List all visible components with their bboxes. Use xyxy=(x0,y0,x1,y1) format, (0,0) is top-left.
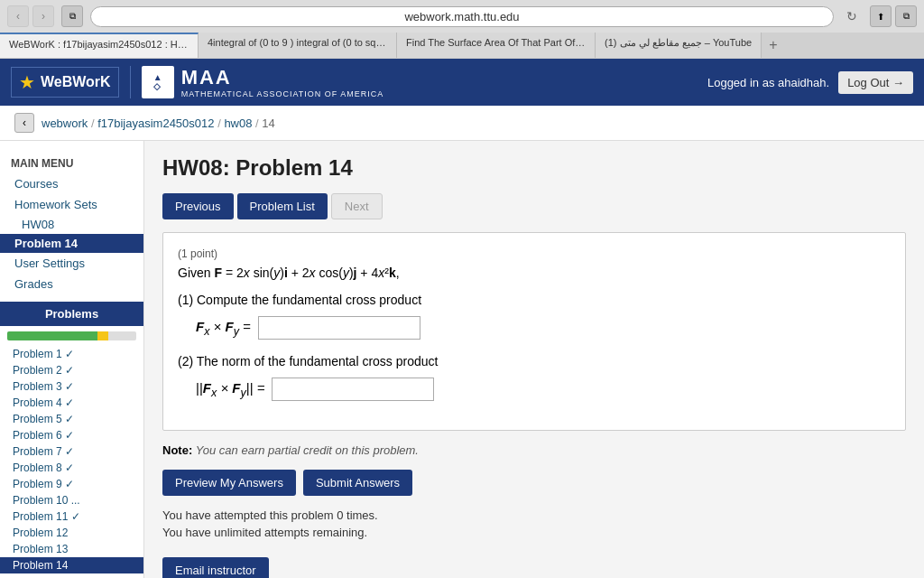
sidebar-problem-2[interactable]: Problem 2 ✓ xyxy=(0,362,143,378)
browser-chrome: ‹ › ⧉ webwork.math.ttu.edu ↻ ⬆ ⧉ WeBWorK… xyxy=(0,0,924,59)
webwork-logo: ★ WeBWorK xyxy=(11,67,119,98)
progress-bar xyxy=(0,330,143,346)
part2-question: (2) The norm of the fundamental cross pr… xyxy=(178,354,891,368)
nav-buttons: Previous Problem List Next xyxy=(162,193,906,219)
attempt-line1: You have attempted this problem 0 times. xyxy=(162,508,906,522)
note-box: Note: You can earn partial credit on thi… xyxy=(162,443,906,457)
sidebar-item-courses[interactable]: Courses xyxy=(0,173,143,194)
part1-math: Fx × Fy = xyxy=(196,316,891,340)
sidebar-item-homework-sets[interactable]: Homework Sets xyxy=(0,194,143,215)
browser-nav-buttons: ‹ › xyxy=(7,5,54,27)
address-bar[interactable]: webwork.math.ttu.edu xyxy=(90,6,834,27)
part2-math-label: ||Fx × Fy|| = xyxy=(196,380,264,399)
logged-in-text: Logged in as ahaidhah. xyxy=(707,76,829,89)
note-text: You can earn partial credit on this prob… xyxy=(196,443,419,457)
sidebar-problem-9[interactable]: Problem 9 ✓ xyxy=(0,476,143,492)
breadcrumb-back-button[interactable]: ‹ xyxy=(14,113,34,133)
submit-button[interactable]: Submit Answers xyxy=(303,470,412,496)
refresh-icon[interactable]: ↻ xyxy=(841,5,863,27)
tab-4[interactable]: (1) جميع مقاطع لي متى – YouTube xyxy=(596,33,762,58)
next-button: Next xyxy=(331,193,383,219)
sidebar: MAIN MENU Courses Homework Sets HW08 Pro… xyxy=(0,141,144,578)
page-title: HW08: Problem 14 xyxy=(162,155,906,181)
action-buttons: Preview My Answers Submit Answers xyxy=(162,470,906,496)
webwork-logo-text: WeBWorK xyxy=(41,74,111,90)
view-button[interactable]: ⧉ xyxy=(61,5,83,27)
breadcrumb-hw-link[interactable]: hw08 xyxy=(224,117,252,130)
tab-3[interactable]: Find The Surface Area Of That Part Of Th… xyxy=(397,33,596,58)
previous-button[interactable]: Previous xyxy=(162,193,234,219)
maa-full-name: Mathematical Association of America xyxy=(181,89,384,98)
progress-bar-track xyxy=(7,331,136,340)
back-button[interactable]: ‹ xyxy=(7,5,29,27)
note-label: Note: xyxy=(162,443,192,457)
maa-abbr: MAA xyxy=(181,66,384,89)
sidebar-item-hw08[interactable]: HW08 xyxy=(0,215,143,234)
header-right: Logged in as ahaidhah. Log Out → xyxy=(707,71,913,94)
breadcrumb-course-link[interactable]: f17bijayasim2450s012 xyxy=(97,117,214,130)
sidebar-problem-7[interactable]: Problem 7 ✓ xyxy=(0,443,143,460)
header-left: ★ WeBWorK ▲◇ MAA Mathematical Associatio… xyxy=(11,66,383,98)
sidebar-problems-header: Problems xyxy=(0,302,143,326)
part1-math-label: Fx × Fy = xyxy=(196,319,251,338)
sidebar-problem-6[interactable]: Problem 6 ✓ xyxy=(0,427,143,443)
part1-question: (1) Compute the fundamental cross produc… xyxy=(178,293,891,307)
content-area: HW08: Problem 14 Previous Problem List N… xyxy=(144,141,924,578)
share-button[interactable]: ⬆ xyxy=(870,5,892,27)
sidebar-item-problem14[interactable]: Problem 14 xyxy=(0,234,143,253)
browser-toolbar: ‹ › ⧉ webwork.math.ttu.edu ↻ ⬆ ⧉ xyxy=(0,0,924,33)
sidebar-problem-8[interactable]: Problem 8 ✓ xyxy=(0,460,143,476)
part2-answer-input[interactable] xyxy=(272,378,434,401)
sidebar-item-grades[interactable]: Grades xyxy=(0,274,143,294)
problem-part-1: (1) Compute the fundamental cross produc… xyxy=(178,293,891,340)
email-instructor-button[interactable]: Email instructor xyxy=(162,557,269,578)
sidebar-problem-13[interactable]: Problem 13 xyxy=(0,541,143,557)
forward-button[interactable]: › xyxy=(32,5,54,27)
star-icon: ★ xyxy=(19,71,35,93)
sidebar-problem-5[interactable]: Problem 5 ✓ xyxy=(0,411,143,427)
logout-button[interactable]: Log Out → xyxy=(838,71,913,94)
problem-box: (1 point) Given F = 2x sin(y)i + 2x cos(… xyxy=(162,232,906,431)
main-layout: MAIN MENU Courses Homework Sets HW08 Pro… xyxy=(0,141,924,578)
problem-part-2: (2) The norm of the fundamental cross pr… xyxy=(178,354,891,401)
sidebar-problem-10[interactable]: Problem 10 ... xyxy=(0,492,143,508)
sidebar-main-menu-label: MAIN MENU xyxy=(0,150,143,173)
problem-list-button[interactable]: Problem List xyxy=(237,193,328,219)
given-prefix: Given F = 2x sin(y)i + 2x cos(y)j + 4x²k… xyxy=(178,266,400,280)
problem-points: (1 point) xyxy=(178,247,891,260)
progress-bar-green xyxy=(7,331,97,340)
sidebar-problem-3[interactable]: Problem 3 ✓ xyxy=(0,378,143,395)
breadcrumb-text: webwork / f17bijayasim2450s012 / hw08 / … xyxy=(42,117,275,130)
sidebar-problem-12[interactable]: Problem 12 xyxy=(0,525,143,541)
problem-given: Given F = 2x sin(y)i + 2x cos(y)j + 4x²k… xyxy=(178,266,891,280)
sidebar-problem-11[interactable]: Problem 11 ✓ xyxy=(0,508,143,525)
add-tab-button[interactable]: + xyxy=(762,33,784,58)
app-header: ★ WeBWorK ▲◇ MAA Mathematical Associatio… xyxy=(0,59,924,106)
breadcrumb: ‹ webwork / f17bijayasim2450s012 / hw08 … xyxy=(0,106,924,141)
new-tab-button[interactable]: ⧉ xyxy=(895,5,917,27)
sidebar-problem-1[interactable]: Problem 1 ✓ xyxy=(0,346,143,362)
breadcrumb-current: 14 xyxy=(262,117,274,130)
maa-text: MAA Mathematical Association of America xyxy=(181,66,384,98)
progress-bar-yellow xyxy=(97,331,107,340)
sidebar-problem-4[interactable]: Problem 4 ✓ xyxy=(0,395,143,411)
preview-button[interactable]: Preview My Answers xyxy=(162,470,296,496)
breadcrumb-webwork-link[interactable]: webwork xyxy=(42,117,88,130)
tab-2[interactable]: 4integral of (0 to 9 ) integral of (0 to… xyxy=(199,33,397,58)
maa-logo: ▲◇ MAA Mathematical Association of Ameri… xyxy=(130,66,384,98)
browser-tabs: WeBWorK : f17bijayasim2450s012 : HW08 : … xyxy=(0,33,924,58)
part1-answer-input[interactable] xyxy=(258,316,420,340)
part2-math: ||Fx × Fy|| = xyxy=(196,378,891,401)
sidebar-problem-14-active[interactable]: Problem 14 xyxy=(0,557,143,573)
maa-shield-icon: ▲◇ xyxy=(142,66,174,98)
attempt-line2: You have unlimited attempts remaining. xyxy=(162,526,906,539)
sidebar-item-user-settings[interactable]: User Settings xyxy=(0,253,143,274)
tab-active[interactable]: WeBWorK : f17bijayasim2450s012 : HW08 : … xyxy=(0,33,199,58)
